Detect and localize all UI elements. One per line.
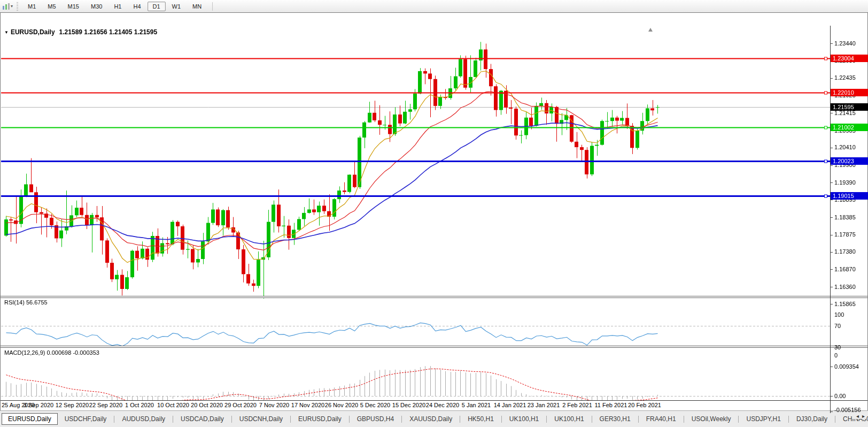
price-axis-tickmark <box>830 235 833 235</box>
tab-separator <box>173 416 173 423</box>
panel-separator-macd[interactable] <box>1 346 867 348</box>
timeframe-button-m30[interactable]: M30 <box>86 2 107 11</box>
timeframe-button-m15[interactable]: M15 <box>63 2 84 11</box>
date-axis-label: 1 Oct 2020 <box>125 402 154 408</box>
date-axis-label: 3 Sep 2020 <box>24 402 53 408</box>
date-axis-label: 2 Feb 2021 <box>562 402 592 408</box>
price-axis-tickmark <box>830 217 833 218</box>
price-axis-label: 1.22435 <box>834 74 856 81</box>
date-axis-label: 20 Feb 2021 <box>628 402 661 408</box>
date-axis-label: 29 Oct 2020 <box>224 402 257 408</box>
date-axis-label: 7 Nov 2020 <box>259 402 289 408</box>
tab-separator <box>546 416 547 423</box>
chart-canvas[interactable] <box>1 26 830 413</box>
chart-tab-dj30-daily[interactable]: DJ30,Daily <box>792 414 832 424</box>
macd-axis-label: 0.009354 <box>834 363 859 370</box>
timeframe-button-h1[interactable]: H1 <box>108 2 127 11</box>
top-toolbar: ▾ M1M5M15M30H1H4D1W1MN <box>0 0 868 13</box>
date-axis-label: 26 Nov 2020 <box>325 402 358 408</box>
collapse-arrow-icon[interactable]: ▼ <box>4 30 9 35</box>
level-price-badge: 1.21002 <box>831 124 868 131</box>
tab-separator <box>349 416 350 423</box>
price-axis-tickmark <box>830 200 833 200</box>
chart-tab-usdjpy-h1[interactable]: USDJPY,H1 <box>742 414 785 424</box>
chart-tab-uk100-h1[interactable]: UK100,H1 <box>505 414 543 424</box>
date-axis-label: 17 Nov 2020 <box>291 402 324 408</box>
date-axis-label: 5 Jan 2021 <box>462 402 491 408</box>
chart-tab-usdcnh-daily[interactable]: USDCNH,Daily <box>235 414 287 424</box>
macd-axis-tickmark <box>830 411 833 412</box>
price-axis-tickmark <box>830 182 833 183</box>
chart-tab-audusd-daily[interactable]: AUDUSD,Daily <box>118 414 169 424</box>
macd-axis-tickmark <box>830 396 833 396</box>
price-axis-tickmark <box>830 78 833 79</box>
date-axis-label: 14 Jan 2021 <box>494 402 526 408</box>
timeframe-button-m1[interactable]: M1 <box>22 2 41 11</box>
rsi-axis-label: 100 <box>834 311 844 318</box>
level-price-badge: 1.23004 <box>831 55 868 62</box>
chart-tab-ger30-h1[interactable]: GER30,H1 <box>595 414 635 424</box>
chart-tab-eurusd-daily[interactable]: EURUSD,Daily <box>2 413 58 425</box>
chart-tab-gbpusd-h4[interactable]: GBPUSD,H4 <box>353 414 398 424</box>
tab-separator <box>592 416 592 423</box>
timeframe-button-w1[interactable]: W1 <box>167 2 187 11</box>
price-axis-border <box>830 26 831 413</box>
price-axis-label: 1.17380 <box>834 248 856 255</box>
chart-tab-usdchf-daily[interactable]: USDCHF,Daily <box>60 414 111 424</box>
panel-separator-rsi[interactable] <box>1 296 867 298</box>
trading-terminal: ▾ M1M5M15M30H1H4D1W1MN ▼EURUSD,Daily1.21… <box>0 0 868 427</box>
tab-separator <box>501 416 502 423</box>
toolbar-dropdown-arrow-icon[interactable]: ▾ <box>11 4 13 9</box>
level-price-badge: 1.19015 <box>831 192 868 200</box>
timeframe-button-d1[interactable]: D1 <box>148 2 166 11</box>
price-axis-tickmark <box>830 43 833 44</box>
tab-separator <box>638 416 639 423</box>
tab-separator <box>460 416 460 423</box>
chart-symbol-title[interactable]: ▼EURUSD,Daily1.21589 1.21656 1.21405 1.2… <box>4 28 157 36</box>
tab-separator <box>684 416 684 423</box>
chart-tab-usoil-weekly[interactable]: USOil,Weekly <box>687 414 735 424</box>
price-axis-label: 1.16870 <box>834 266 856 272</box>
chart-tab-eurusd-daily[interactable]: EURUSD,Daily <box>294 414 346 424</box>
symbol-label: EURUSD,Daily <box>11 28 55 36</box>
timeframe-toolbar: M1M5M15M30H1H4D1W1MN <box>22 2 207 11</box>
tab-separator <box>231 416 232 423</box>
toolbar-separator <box>212 2 213 11</box>
price-axis-tickmark <box>830 304 833 304</box>
price-axis-label: 1.20410 <box>834 144 856 150</box>
rsi-indicator-label: RSI(14) 56.6755 <box>4 299 48 306</box>
date-axis-label: 12 Sep 2020 <box>56 402 89 408</box>
chart-tab-hk50-h1[interactable]: HK50,H1 <box>463 414 498 424</box>
price-axis-label: 1.23440 <box>834 40 856 47</box>
toolbar-grip-handle[interactable] <box>17 2 18 11</box>
rsi-axis-label: 70 <box>834 323 841 329</box>
timeframes-toolbar-icon[interactable] <box>1 2 11 11</box>
price-axis-tickmark <box>830 252 833 253</box>
price-axis-tickmark <box>830 269 833 270</box>
chart-tab-xauusd-daily[interactable]: XAUUSD,Daily <box>405 414 456 424</box>
tab-scroll-right-button[interactable]: ▸ <box>862 413 865 419</box>
tab-scroll-left-button[interactable]: ◂ <box>856 413 859 419</box>
level-price-badge: 1.20023 <box>831 157 868 165</box>
chart-shift-marker[interactable] <box>648 28 653 32</box>
date-axis-label: 10 Oct 2020 <box>157 402 189 408</box>
chart-window: ▼EURUSD,Daily1.21589 1.21656 1.21405 1.2… <box>0 12 868 411</box>
tab-separator <box>290 416 291 423</box>
date-axis-label: 23 Jan 2021 <box>528 402 560 408</box>
ohlc-values: 1.21589 1.21656 1.21405 1.21595 <box>59 28 158 36</box>
price-axis-label: 1.16360 <box>834 284 856 290</box>
tab-separator <box>114 416 114 423</box>
price-axis-label: 1.19390 <box>834 179 856 186</box>
chart-tab-fra40-h1[interactable]: FRA40,H1 <box>642 414 680 424</box>
date-axis-label: 24 Dec 2020 <box>426 402 459 408</box>
timeframe-button-h4[interactable]: H4 <box>128 2 146 11</box>
price-axis-label: 1.17875 <box>834 231 856 238</box>
chart-tab-usdcad-daily[interactable]: USDCAD,Daily <box>176 414 228 424</box>
chart-tab-uk100-h1[interactable]: UK100,H1 <box>550 414 588 424</box>
current-price-badge: 1.21595 <box>831 103 868 111</box>
tab-separator <box>835 416 835 423</box>
date-axis-label: 11 Feb 2021 <box>595 402 627 408</box>
timeframe-button-m5[interactable]: M5 <box>42 2 61 11</box>
price-axis-tickmark <box>830 113 833 113</box>
timeframe-button-mn[interactable]: MN <box>187 2 207 11</box>
